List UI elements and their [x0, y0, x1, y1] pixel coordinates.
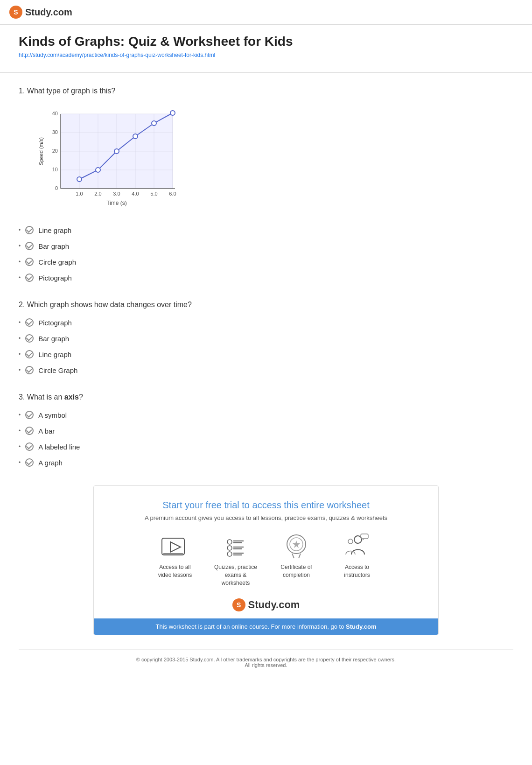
cta-feature-instructors-label: Access toinstructors	[344, 563, 370, 579]
question-2-text: 2. Which graph shows how data changes ov…	[19, 301, 513, 309]
question-1-number: 1.	[19, 87, 27, 95]
option-3-1-label: A symbol	[38, 411, 67, 419]
option-2-1[interactable]: • Pictograph	[19, 318, 513, 327]
svg-text:3.0: 3.0	[113, 191, 120, 197]
svg-text:Time (s): Time (s)	[106, 200, 127, 206]
logo-text: Study.com	[25, 7, 72, 18]
bullet-1-3: •	[19, 259, 21, 265]
option-3-4-label: A graph	[38, 459, 63, 467]
footer-copyright: © copyright 2003-2015 Study.com. All oth…	[26, 657, 506, 662]
option-1-4-label: Pictograph	[38, 274, 72, 282]
option-2-3-label: Line graph	[38, 351, 71, 358]
site-logo[interactable]: S Study.com	[9, 6, 72, 19]
cta-box: Start your free trial to access this ent…	[93, 485, 439, 635]
radio-3-2[interactable]	[25, 427, 34, 435]
option-3-2[interactable]: • A bar	[19, 427, 513, 435]
question-3: 3. What is an axis? • A symbol • A bar •…	[19, 393, 513, 467]
cta-logo-icon: S	[232, 598, 245, 611]
radio-3-4[interactable]	[25, 458, 34, 467]
cta-feature-certificate-label: Certificate ofcompletion	[280, 563, 312, 579]
chart-container: 0 10 20 30 40 1.0 2.0 3.0 4.0 5.0 6.0 Ti…	[19, 105, 513, 217]
question-3-bold: axis	[64, 393, 79, 401]
svg-rect-32	[163, 553, 183, 555]
radio-1-1[interactable]	[25, 226, 34, 234]
svg-text:1.0: 1.0	[76, 191, 83, 197]
cta-title: Start your free trial to access this ent…	[103, 500, 429, 511]
cta-feature-video: Access to allvideo lessons	[152, 533, 198, 587]
cta-feature-video-label: Access to allvideo lessons	[158, 563, 192, 579]
radio-2-2[interactable]	[25, 334, 34, 343]
bullet-1-1: •	[19, 227, 21, 233]
video-icon	[161, 533, 189, 559]
svg-point-37	[227, 546, 232, 550]
question-3-number: 3. What is an	[19, 393, 64, 401]
svg-rect-31	[162, 538, 184, 555]
svg-point-30	[170, 111, 175, 115]
radio-1-3[interactable]	[25, 258, 34, 266]
question-3-options: • A symbol • A bar • A labeled line • A …	[19, 411, 513, 467]
question-3-after: ?	[79, 393, 83, 401]
svg-point-27	[114, 149, 119, 154]
radio-3-1[interactable]	[25, 411, 34, 419]
certificate-icon	[282, 533, 310, 559]
svg-text:20: 20	[52, 148, 58, 154]
cta-footer-link[interactable]: Study.com	[346, 623, 377, 630]
header: S Study.com	[0, 0, 532, 25]
radio-2-3[interactable]	[25, 350, 34, 358]
svg-marker-47	[293, 540, 300, 548]
svg-line-45	[292, 554, 294, 558]
option-2-4-label: Circle Graph	[38, 366, 77, 374]
radio-3-3[interactable]	[25, 442, 34, 451]
footer-rights: All rights reserved.	[26, 662, 506, 668]
list-icon	[222, 533, 250, 559]
cta-features: Access to allvideo lessons	[103, 533, 429, 587]
svg-point-34	[227, 540, 232, 544]
svg-point-28	[133, 134, 138, 139]
svg-text:4.0: 4.0	[132, 191, 139, 197]
page-footer: © copyright 2003-2015 Study.com. All oth…	[19, 649, 513, 675]
option-1-1[interactable]: • Line graph	[19, 226, 513, 234]
option-2-4[interactable]: • Circle Graph	[19, 366, 513, 374]
svg-text:Speed (m/s): Speed (m/s)	[38, 137, 44, 165]
option-2-1-label: Pictograph	[38, 319, 72, 327]
svg-text:5.0: 5.0	[150, 191, 157, 197]
option-2-2[interactable]: • Bar graph	[19, 334, 513, 343]
svg-point-25	[77, 177, 82, 182]
cta-feature-quizzes: Quizzes, practiceexams & worksheets	[212, 533, 259, 587]
instructor-icon	[343, 533, 371, 559]
option-3-1[interactable]: • A symbol	[19, 411, 513, 419]
option-1-4[interactable]: • Pictograph	[19, 274, 513, 282]
radio-2-4[interactable]	[25, 366, 34, 374]
option-1-3[interactable]: • Circle graph	[19, 258, 513, 266]
page-title: Kinds of Graphs: Quiz & Worksheet for Ki…	[19, 34, 513, 49]
option-1-3-label: Circle graph	[38, 258, 76, 266]
main-content: Kinds of Graphs: Quiz & Worksheet for Ki…	[0, 25, 532, 694]
logo-icon: S	[9, 6, 22, 19]
radio-2-1[interactable]	[25, 318, 34, 327]
option-3-4[interactable]: • A graph	[19, 458, 513, 467]
question-3-text: 3. What is an axis?	[19, 393, 513, 401]
svg-text:2.0: 2.0	[94, 191, 101, 197]
cta-logo-text: Study.com	[248, 599, 300, 611]
option-2-3[interactable]: • Line graph	[19, 350, 513, 358]
cta-feature-quizzes-label: Quizzes, practiceexams & worksheets	[212, 563, 259, 587]
cta-footer-banner: This worksheet is part of an online cour…	[94, 618, 438, 635]
cta-feature-instructors: Access toinstructors	[334, 533, 380, 587]
cta-footer-text: This worksheet is part of an online cour…	[155, 623, 346, 630]
question-2-number: 2.	[19, 301, 27, 309]
radio-1-2[interactable]	[25, 242, 34, 250]
svg-text:6.0: 6.0	[169, 191, 176, 197]
question-2-options: • Pictograph • Bar graph • Line graph • …	[19, 318, 513, 374]
option-3-3[interactable]: • A labeled line	[19, 442, 513, 451]
option-2-2-label: Bar graph	[38, 335, 69, 343]
question-1-options: • Line graph • Bar graph • Circle graph …	[19, 226, 513, 282]
radio-1-4[interactable]	[25, 274, 34, 282]
page-url[interactable]: http://study.com/academy/practice/kinds-…	[19, 52, 513, 58]
svg-point-40	[227, 552, 232, 556]
svg-text:0: 0	[55, 185, 58, 191]
bullet-1-2: •	[19, 243, 21, 249]
svg-text:30: 30	[52, 129, 58, 135]
option-1-2[interactable]: • Bar graph	[19, 242, 513, 250]
cta-logo: S Study.com	[103, 598, 429, 611]
cta-subtitle: A premium account gives you access to al…	[103, 514, 429, 521]
